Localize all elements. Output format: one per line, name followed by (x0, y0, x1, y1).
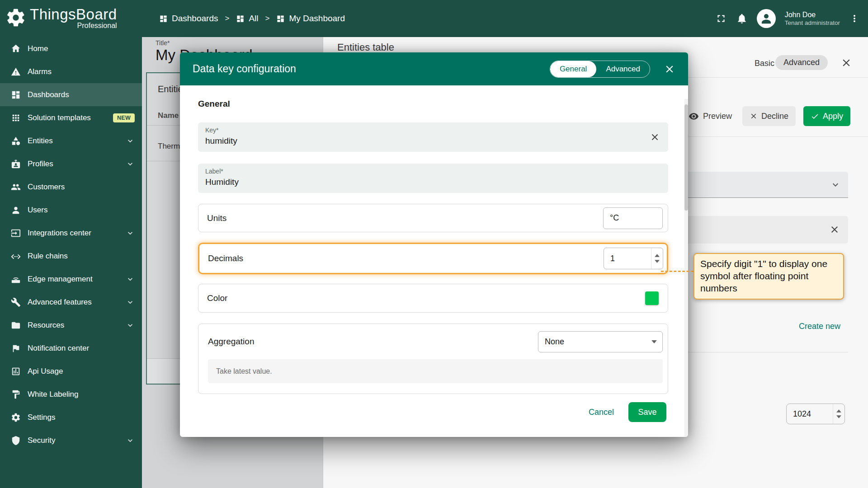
label-field-value[interactable]: Humidity (205, 177, 661, 187)
paint-icon (11, 389, 21, 399)
brand-logo[interactable]: ThingsBoard Professional (0, 0, 142, 37)
save-button[interactable]: Save (628, 402, 666, 422)
decimals-value: 1 (604, 254, 651, 263)
breadcrumb-label: All (249, 14, 258, 23)
apply-label: Apply (823, 112, 843, 121)
check-icon (811, 112, 819, 121)
preview-label: Preview (703, 112, 732, 121)
aggregation-box: Aggregation None Take latest value. (198, 324, 668, 394)
widget-column-header: Name (158, 111, 179, 120)
panel-heading: Entities table (337, 42, 394, 53)
aggregation-select[interactable]: None (538, 331, 663, 352)
sidebar-item-customers[interactable]: Customers (0, 175, 142, 198)
chevron-down-icon (126, 275, 135, 284)
sidebar-item-profiles[interactable]: Profiles (0, 152, 142, 175)
sidebar-item-security[interactable]: Security (0, 429, 142, 452)
sidebar-item-advanced-features[interactable]: Advanced features (0, 291, 142, 314)
sidebar-item-edge-management[interactable]: Edge management (0, 267, 142, 291)
mode-advanced-button[interactable]: Advanced (775, 55, 828, 70)
tab-general[interactable]: General (550, 61, 596, 77)
sidebar-item-dashboards[interactable]: Dashboards (0, 83, 142, 106)
app-root: ThingsBoard Professional Home Alarms Das… (0, 0, 868, 488)
sidebar-item-notification-center[interactable]: Notification center (0, 337, 142, 360)
sidebar-item-label: Alarms (28, 67, 52, 76)
sidebar-item-label: Edge management (28, 275, 93, 284)
breadcrumb-my-dashboard[interactable]: My Dashboard (276, 14, 345, 23)
dashboards-icon (11, 90, 21, 100)
sidebar-item-label: White Labeling (28, 390, 78, 399)
sidebar-item-label: Home (28, 44, 48, 53)
flag-icon (11, 343, 21, 353)
sidebar-item-rule-chains[interactable]: Rule chains (0, 244, 142, 267)
sidebar-item-white-labeling[interactable]: White Labeling (0, 383, 142, 406)
sidebar-item-api-usage[interactable]: Api Usage (0, 360, 142, 383)
brand-name: ThingsBoard (30, 6, 117, 23)
remove-icon[interactable] (829, 224, 840, 235)
sidebar-item-settings[interactable]: Settings (0, 406, 142, 429)
chevron-down-icon (126, 436, 135, 445)
profiles-icon (11, 159, 21, 169)
clear-key-icon[interactable] (650, 132, 660, 142)
aggregation-row: Aggregation None (198, 324, 668, 359)
key-field[interactable]: Key* humidity (198, 122, 668, 152)
sidebar-item-label: Integrations center (28, 229, 91, 238)
sidebar-item-solution-templates[interactable]: Solution templates NEW (0, 106, 142, 129)
color-swatch[interactable] (645, 291, 659, 305)
decimals-label: Decimals (199, 253, 243, 263)
chevron-down-icon (830, 179, 841, 190)
fullscreen-icon[interactable] (715, 13, 727, 24)
units-input[interactable]: °C (603, 207, 663, 229)
decline-button[interactable]: Decline (742, 106, 796, 126)
number-stepper-field[interactable]: 1024 (786, 404, 845, 424)
create-new-link[interactable]: Create new (799, 322, 840, 331)
mode-basic-button[interactable]: Basic (755, 59, 774, 68)
label-field[interactable]: Label* Humidity (198, 164, 668, 193)
units-value: °C (604, 213, 662, 223)
avatar[interactable] (757, 9, 776, 28)
sidebar-item-label: Users (28, 206, 47, 215)
sidebar-item-entities[interactable]: Entities (0, 129, 142, 152)
panel-close-icon[interactable] (840, 57, 852, 69)
notifications-bell-icon[interactable] (736, 13, 748, 24)
top-bar: Dashboards > All > My Dashboard John Doe… (142, 0, 868, 37)
sidebar-item-alarms[interactable]: Alarms (0, 60, 142, 83)
section-title: General (198, 99, 668, 109)
sidebar-item-users[interactable]: Users (0, 198, 142, 221)
stepper-arrows[interactable] (833, 404, 844, 424)
customers-icon (11, 182, 21, 192)
sidebar-item-label: Dashboards (28, 90, 69, 99)
cancel-button[interactable]: Cancel (589, 408, 614, 417)
dialog-footer: Cancel Save (198, 402, 668, 422)
new-badge: NEW (113, 113, 135, 122)
key-field-value[interactable]: humidity (205, 136, 661, 146)
sidebar-item-label: Entities (28, 136, 53, 145)
sidebar-item-home[interactable]: Home (0, 37, 142, 60)
breadcrumb-dashboards[interactable]: Dashboards (159, 14, 218, 23)
units-label: Units (198, 213, 226, 223)
arrow-up-icon (836, 409, 841, 413)
kebab-menu-icon[interactable] (849, 13, 860, 24)
user-info: John Doe Tenant administrator (785, 10, 840, 27)
dialog-scrollbar-thumb[interactable] (684, 104, 688, 211)
sidebar-item-label: Advanced features (28, 298, 92, 307)
sidebar-item-resources[interactable]: Resources (0, 314, 142, 337)
apply-button[interactable]: Apply (803, 106, 850, 126)
decimals-row-highlighted: Decimals 1 (198, 243, 668, 274)
eye-icon (689, 111, 699, 122)
decimals-input[interactable]: 1 (604, 248, 663, 269)
dialog-tabs: General Advanced (550, 61, 650, 78)
breadcrumb-separator: > (225, 14, 229, 23)
dialog-close-icon[interactable] (664, 63, 675, 75)
breadcrumb-separator: > (265, 14, 270, 23)
grid-icon (276, 14, 285, 23)
warning-icon (11, 67, 21, 77)
sidebar-item-integrations-center[interactable]: Integrations center (0, 221, 142, 244)
rule-chains-icon (11, 251, 21, 261)
sidebar-nav: Home Alarms Dashboards Solution template… (0, 37, 142, 452)
preview-button[interactable]: Preview (685, 106, 736, 126)
chevron-down-icon (126, 321, 135, 330)
decimals-stepper[interactable] (651, 248, 663, 269)
tab-advanced[interactable]: Advanced (596, 61, 650, 77)
breadcrumb-all[interactable]: All (236, 14, 258, 23)
aggregation-hint: Take latest value. (208, 359, 663, 383)
